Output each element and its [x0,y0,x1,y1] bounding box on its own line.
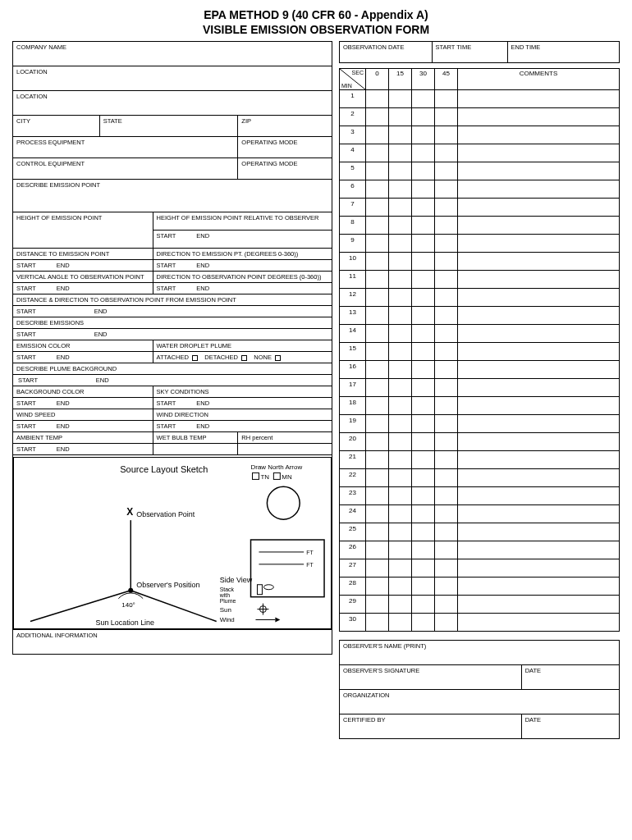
company-name-field[interactable]: COMPANY NAME [13,42,332,66]
comment-cell[interactable] [458,559,620,578]
reading-cell[interactable] [366,415,389,433]
reading-cell[interactable] [412,596,435,614]
reading-cell[interactable] [389,108,412,126]
bg-color-startend[interactable]: START END [13,398,153,409]
reading-cell[interactable] [412,433,435,451]
reading-cell[interactable] [389,289,412,307]
reading-cell[interactable] [389,433,412,451]
reading-cell[interactable] [366,578,389,596]
reading-cell[interactable] [435,144,458,162]
comment-cell[interactable] [458,271,620,289]
reading-cell[interactable] [389,397,412,415]
reading-cell[interactable] [435,307,458,325]
reading-cell[interactable] [389,199,412,217]
certified-date-field[interactable]: DATE [521,714,619,739]
reading-cell[interactable] [412,523,435,541]
reading-cell[interactable] [389,325,412,343]
reading-cell[interactable] [389,596,412,614]
detached-checkbox[interactable] [241,355,247,361]
reading-cell[interactable] [435,505,458,523]
certified-by-field[interactable]: CERTIFIED BY [340,714,522,739]
reading-cell[interactable] [412,217,435,235]
reading-cell[interactable] [435,596,458,614]
observer-name-field[interactable]: OBSERVER'S NAME (PRINT) [340,641,620,665]
comment-cell[interactable] [458,90,620,108]
reading-cell[interactable] [389,578,412,596]
reading-cell[interactable] [389,253,412,271]
comment-cell[interactable] [458,379,620,397]
comment-cell[interactable] [458,397,620,415]
reading-cell[interactable] [389,343,412,361]
zip-field[interactable]: ZIP [238,116,332,137]
reading-cell[interactable] [366,199,389,217]
observer-signature-field[interactable]: OBSERVER'S SIGNATURE [340,665,522,690]
reading-cell[interactable] [366,235,389,253]
reading-cell[interactable] [389,307,412,325]
control-equipment-field[interactable]: CONTROL EQUIPMENT [13,158,238,180]
reading-cell[interactable] [435,90,458,108]
comment-cell[interactable] [458,469,620,487]
reading-cell[interactable] [366,343,389,361]
vert-angle-startend[interactable]: START END [13,283,153,294]
reading-cell[interactable] [389,162,412,180]
reading-cell[interactable] [389,90,412,108]
reading-cell[interactable] [412,361,435,379]
location-field-1[interactable]: LOCATION [13,66,332,91]
reading-cell[interactable] [435,235,458,253]
reading-cell[interactable] [389,126,412,144]
reading-cell[interactable] [366,451,389,469]
reading-cell[interactable] [412,235,435,253]
direction-ep-startend[interactable]: START END [153,260,332,272]
reading-cell[interactable] [389,361,412,379]
process-equipment-field[interactable]: PROCESS EQUIPMENT [13,137,238,158]
comment-cell[interactable] [458,325,620,343]
reading-cell[interactable] [435,253,458,271]
reading-cell[interactable] [412,343,435,361]
reading-cell[interactable] [435,108,458,126]
reading-cell[interactable] [412,379,435,397]
reading-cell[interactable] [389,541,412,559]
organization-field[interactable]: ORGANIZATION [340,690,620,714]
reading-cell[interactable] [435,162,458,180]
reading-cell[interactable] [366,217,389,235]
dist-dir-op-startend[interactable]: START END [13,306,332,317]
comment-cell[interactable] [458,307,620,325]
reading-cell[interactable] [389,217,412,235]
reading-cell[interactable] [389,451,412,469]
reading-cell[interactable] [366,614,389,632]
comment-cell[interactable] [458,433,620,451]
reading-cell[interactable] [389,469,412,487]
reading-cell[interactable] [435,199,458,217]
wind-speed-startend[interactable]: START END [13,421,153,432]
reading-cell[interactable] [366,596,389,614]
comment-cell[interactable] [458,505,620,523]
reading-cell[interactable] [366,271,389,289]
reading-cell[interactable] [389,379,412,397]
reading-cell[interactable] [435,343,458,361]
comment-cell[interactable] [458,235,620,253]
reading-cell[interactable] [366,469,389,487]
reading-cell[interactable] [412,487,435,505]
reading-cell[interactable] [412,144,435,162]
reading-cell[interactable] [435,379,458,397]
describe-emission-point-field[interactable]: DESCRIBE EMISSION POINT [13,180,332,212]
reading-cell[interactable] [412,289,435,307]
comment-cell[interactable] [458,343,620,361]
describe-plume-bg-startend[interactable]: START END [13,375,332,386]
operating-mode-1-field[interactable]: OPERATING MODE [238,137,332,158]
reading-cell[interactable] [435,180,458,199]
reading-cell[interactable] [366,487,389,505]
comment-cell[interactable] [458,199,620,217]
comment-cell[interactable] [458,541,620,559]
reading-cell[interactable] [389,523,412,541]
reading-cell[interactable] [412,614,435,632]
state-field[interactable]: STATE [99,116,238,137]
reading-cell[interactable] [366,433,389,451]
comment-cell[interactable] [458,415,620,433]
comment-cell[interactable] [458,162,620,180]
reading-cell[interactable] [366,541,389,559]
reading-cell[interactable] [366,397,389,415]
comment-cell[interactable] [458,108,620,126]
ambient-temp-startend[interactable]: START END [13,444,153,455]
reading-cell[interactable] [435,578,458,596]
